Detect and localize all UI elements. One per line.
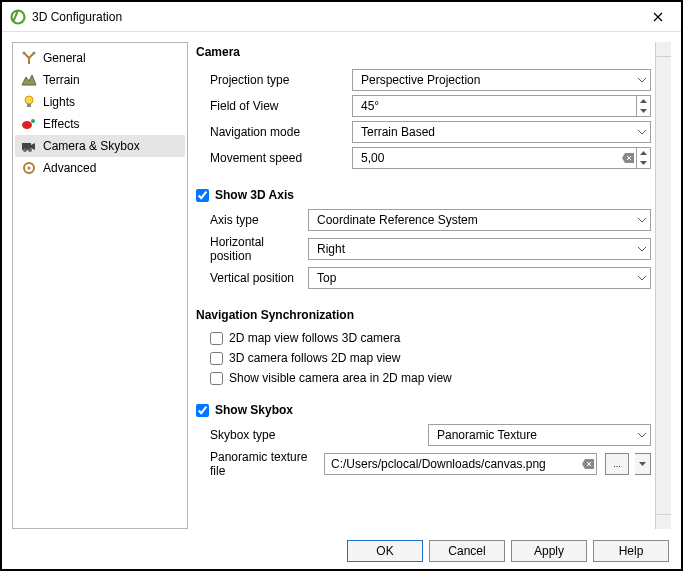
skybox-group: Skybox type Panoramic Texture Panoramic … xyxy=(196,424,651,490)
show-3d-axis-label: Show 3D Axis xyxy=(215,188,294,202)
titlebar: 3D Configuration xyxy=(2,2,681,32)
dialog-body: General Terrain Lights Effects Camera & … xyxy=(2,32,681,533)
svg-point-9 xyxy=(28,148,32,152)
horizontal-position-combo[interactable]: Right xyxy=(308,238,651,260)
main-panel: Camera Projection type Perspective Proje… xyxy=(196,42,671,529)
movement-speed-spinner[interactable]: 5,00 xyxy=(352,147,651,169)
projection-type-combo[interactable]: Perspective Projection xyxy=(352,69,651,91)
svg-point-3 xyxy=(25,96,33,104)
show-camera-area-label: Show visible camera area in 2D map view xyxy=(229,371,452,385)
spinner-value: 45° xyxy=(361,99,636,113)
cancel-button[interactable]: Cancel xyxy=(429,540,505,562)
combo-value: Panoramic Texture xyxy=(437,428,537,442)
spin-up-button[interactable] xyxy=(637,96,650,106)
dialog-window: 3D Configuration General Terrain Lights … xyxy=(0,0,683,571)
show-camera-area-checkbox[interactable] xyxy=(210,372,223,385)
combo-value: Terrain Based xyxy=(361,125,435,139)
show-skybox-checkbox[interactable] xyxy=(196,404,209,417)
axis-type-label: Axis type xyxy=(210,213,302,227)
clear-icon[interactable] xyxy=(580,454,596,474)
close-button[interactable] xyxy=(643,3,673,31)
sidebar-item-terrain[interactable]: Terrain xyxy=(15,69,185,91)
movement-speed-label: Movement speed xyxy=(210,151,346,165)
tools-icon xyxy=(21,50,37,66)
ok-button[interactable]: OK xyxy=(347,540,423,562)
follow-2d-checkbox[interactable] xyxy=(210,352,223,365)
show-skybox-row: Show Skybox xyxy=(196,400,651,420)
follow-3d-label: 2D map view follows 3D camera xyxy=(229,331,400,345)
navsync-group: 2D map view follows 3D camera 3D camera … xyxy=(196,328,651,396)
navigation-mode-combo[interactable]: Terrain Based xyxy=(352,121,651,143)
chevron-down-icon xyxy=(638,433,646,438)
lightbulb-icon xyxy=(21,94,37,110)
button-bar: OK Cancel Apply Help xyxy=(2,533,681,569)
sidebar-item-effects[interactable]: Effects xyxy=(15,113,185,135)
clear-icon[interactable] xyxy=(620,148,636,168)
panoramic-file-field[interactable]: C:/Users/pclocal/Downloads/canvas.png xyxy=(324,453,597,475)
show-skybox-label: Show Skybox xyxy=(215,403,293,417)
follow-3d-checkbox[interactable] xyxy=(210,332,223,345)
gear-icon xyxy=(21,160,37,176)
browse-dropdown[interactable] xyxy=(635,453,651,475)
spin-down-button[interactable] xyxy=(637,106,650,116)
panoramic-file-label: Panoramic texture file xyxy=(210,450,318,478)
chevron-down-icon xyxy=(638,78,646,83)
camera-group: Projection type Perspective Projection F… xyxy=(196,69,651,181)
textfield-value: C:/Users/pclocal/Downloads/canvas.png xyxy=(331,457,580,471)
vertical-scrollbar[interactable] xyxy=(655,42,671,529)
svg-point-2 xyxy=(33,52,36,55)
navigation-mode-label: Navigation mode xyxy=(210,125,346,139)
combo-value: Coordinate Reference System xyxy=(317,213,478,227)
effects-icon xyxy=(21,116,37,132)
follow-2d-label: 3D camera follows 2D map view xyxy=(229,351,400,365)
terrain-icon xyxy=(21,72,37,88)
sidebar-item-lights[interactable]: Lights xyxy=(15,91,185,113)
fov-label: Field of View xyxy=(210,99,346,113)
sidebar-item-camera-skybox[interactable]: Camera & Skybox xyxy=(15,135,185,157)
app-icon xyxy=(10,9,26,25)
chevron-down-icon xyxy=(638,218,646,223)
chevron-down-icon xyxy=(638,130,646,135)
axis-type-combo[interactable]: Coordinate Reference System xyxy=(308,209,651,231)
sidebar-item-label: Effects xyxy=(43,117,79,131)
navsync-section-title: Navigation Synchronization xyxy=(196,305,651,328)
vertical-position-combo[interactable]: Top xyxy=(308,267,651,289)
browse-button[interactable]: ... xyxy=(605,453,629,475)
sidebar-item-label: Camera & Skybox xyxy=(43,139,140,153)
chevron-down-icon xyxy=(638,247,646,252)
camera-icon xyxy=(21,138,37,154)
skybox-type-label: Skybox type xyxy=(210,428,422,442)
show-3d-axis-row: Show 3D Axis xyxy=(196,185,651,205)
svg-point-1 xyxy=(23,52,26,55)
window-title: 3D Configuration xyxy=(32,10,643,24)
svg-point-11 xyxy=(28,167,31,170)
svg-rect-4 xyxy=(27,104,31,107)
fov-spinner[interactable]: 45° xyxy=(352,95,651,117)
chevron-down-icon xyxy=(638,276,646,281)
help-button[interactable]: Help xyxy=(593,540,669,562)
show-3d-axis-checkbox[interactable] xyxy=(196,189,209,202)
skybox-type-combo[interactable]: Panoramic Texture xyxy=(428,424,651,446)
horizontal-position-label: Horizontal position xyxy=(210,235,302,263)
sidebar-item-label: Terrain xyxy=(43,73,80,87)
combo-value: Top xyxy=(317,271,336,285)
spinner-value: 5,00 xyxy=(361,151,620,165)
sidebar: General Terrain Lights Effects Camera & … xyxy=(12,42,188,529)
camera-section-title: Camera xyxy=(196,42,651,65)
projection-type-label: Projection type xyxy=(210,73,346,87)
spin-up-button[interactable] xyxy=(637,148,650,158)
sidebar-item-label: Lights xyxy=(43,95,75,109)
content-area: Camera Projection type Perspective Proje… xyxy=(196,42,655,529)
svg-point-5 xyxy=(22,121,32,129)
sidebar-item-label: General xyxy=(43,51,86,65)
svg-point-8 xyxy=(23,148,27,152)
apply-button[interactable]: Apply xyxy=(511,540,587,562)
axis-group: Axis type Coordinate Reference System Ho… xyxy=(196,209,651,301)
combo-value: Perspective Projection xyxy=(361,73,480,87)
combo-value: Right xyxy=(317,242,345,256)
spin-down-button[interactable] xyxy=(637,158,650,168)
svg-point-6 xyxy=(31,119,35,123)
sidebar-item-advanced[interactable]: Advanced xyxy=(15,157,185,179)
vertical-position-label: Vertical position xyxy=(210,271,302,285)
sidebar-item-general[interactable]: General xyxy=(15,47,185,69)
